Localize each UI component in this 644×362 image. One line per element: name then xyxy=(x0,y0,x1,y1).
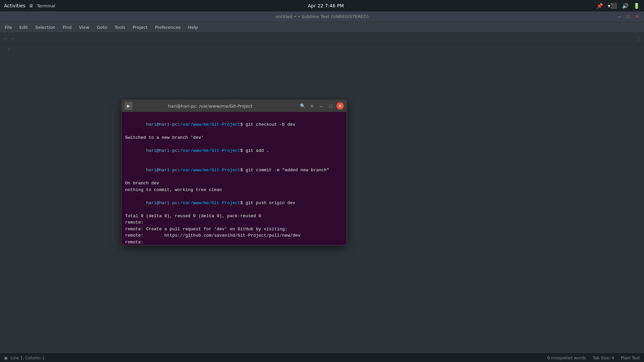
terminal-close-button[interactable]: ✕ xyxy=(336,102,344,110)
terminal-window: ▶ hari@hari-pc: /var/www/me/Git-Project … xyxy=(121,100,347,245)
terminal-line-4: hari@hari-pc:/var/www/me/Git-Project$ gi… xyxy=(125,161,343,180)
terminal-line-7: hari@hari-pc:/var/www/me/Git-Project$ gi… xyxy=(125,193,343,213)
system-bar: Activities 🖥 Terminal Apr 22 7:46 PM 📌 ▾… xyxy=(0,0,644,11)
title-bar: untitled • • Sublime Text (UNREGISTERED)… xyxy=(0,11,644,22)
terminal-line-5: On branch dev xyxy=(125,180,343,187)
minimap-toggle[interactable]: ⋮ xyxy=(636,35,641,42)
line-numbers: 1 xyxy=(0,44,13,353)
status-right: 0 misspelled words Tab Size: 4 Plain Tex… xyxy=(547,356,640,360)
terminal-line-12: remote: xyxy=(125,239,343,245)
terminal-line-2: Switched to a new branch 'dev' xyxy=(125,134,343,141)
status-icon: ▣ xyxy=(4,356,8,360)
system-datetime: Apr 22 7:46 PM xyxy=(308,3,344,8)
line-number: 1 xyxy=(0,47,10,52)
pin-icon: 📌 xyxy=(596,3,603,9)
terminal-menu-button[interactable]: ≡ xyxy=(308,102,316,110)
activities-button[interactable]: Activities xyxy=(4,3,25,8)
terminal-line-6: nothing to commit, working tree clean xyxy=(125,187,343,193)
menu-goto[interactable]: Goto xyxy=(93,23,110,31)
menu-help[interactable]: Help xyxy=(184,23,201,31)
wifi-icon: ▾⬛ xyxy=(608,3,617,9)
nav-row: ‹ › ⋮ xyxy=(0,33,644,44)
terminal-app-icon: 🖥 xyxy=(29,3,34,8)
menu-project[interactable]: Project xyxy=(129,23,151,31)
menu-file[interactable]: File xyxy=(1,23,15,31)
sublime-window: untitled • • Sublime Text (UNREGISTERED)… xyxy=(0,11,644,362)
terminal-search-button[interactable]: 🔍 xyxy=(299,102,306,110)
terminal-maximize-button[interactable]: □ xyxy=(327,102,334,110)
terminal-line-9: remote: xyxy=(125,219,343,226)
menu-find[interactable]: Find xyxy=(59,23,75,31)
volume-icon: 🔊 xyxy=(622,3,629,9)
spelling-count: 0 misspelled words xyxy=(547,356,586,360)
cursor-position: Line 1, Column 1 xyxy=(10,356,45,360)
syntax-mode: Plain Text xyxy=(621,356,640,360)
terminal-line-1: hari@hari-pc:/var/www/me/Git-Project$ gi… xyxy=(125,115,343,134)
status-bar: ▣ Line 1, Column 1 0 misspelled words Ta… xyxy=(0,353,644,362)
menu-selection[interactable]: Selection xyxy=(32,23,59,31)
terminal-controls: 🔍 ≡ – □ ✕ xyxy=(299,102,344,110)
menu-preferences[interactable]: Preferences xyxy=(152,23,184,31)
terminal-line-10: remote: Create a pull request for 'dev' … xyxy=(125,226,343,233)
close-button[interactable]: ✕ xyxy=(634,14,640,20)
terminal-minimize-button[interactable]: – xyxy=(318,102,325,110)
status-left: ▣ Line 1, Column 1 xyxy=(4,356,45,360)
window-controls: – □ ✕ xyxy=(616,14,640,20)
nav-back-button[interactable]: ‹ xyxy=(3,35,7,42)
minimize-button[interactable]: – xyxy=(616,14,623,20)
system-tray: 📌 ▾⬛ 🔊 🔋 xyxy=(596,3,640,9)
terminal-line-8: Total 0 (delta 0), reused 0 (delta 0), p… xyxy=(125,213,343,220)
maximize-button[interactable]: □ xyxy=(625,14,631,20)
tab-size: Tab Size: 4 xyxy=(593,356,614,360)
terminal-body[interactable]: hari@hari-pc:/var/www/me/Git-Project$ gi… xyxy=(122,112,346,245)
terminal-line-11: remote: https://github.com/savanihd/Git-… xyxy=(125,232,343,239)
nav-forward-button[interactable]: › xyxy=(10,35,15,42)
menu-view[interactable]: View xyxy=(76,23,93,31)
terminal-app-label[interactable]: Terminal xyxy=(37,3,55,8)
menu-bar: File Edit Selection Find View Goto Tools… xyxy=(0,22,644,33)
menu-edit[interactable]: Edit xyxy=(16,23,31,31)
battery-icon: 🔋 xyxy=(633,3,640,9)
window-title: untitled • • Sublime Text (UNREGISTERED) xyxy=(275,14,368,19)
terminal-title: hari@hari-pc: /var/www/me/Git-Project xyxy=(124,104,296,109)
terminal-title-bar: ▶ hari@hari-pc: /var/www/me/Git-Project … xyxy=(122,100,346,112)
terminal-line-3: hari@hari-pc:/var/www/me/Git-Project$ gi… xyxy=(125,141,343,161)
menu-tools[interactable]: Tools xyxy=(111,23,128,31)
